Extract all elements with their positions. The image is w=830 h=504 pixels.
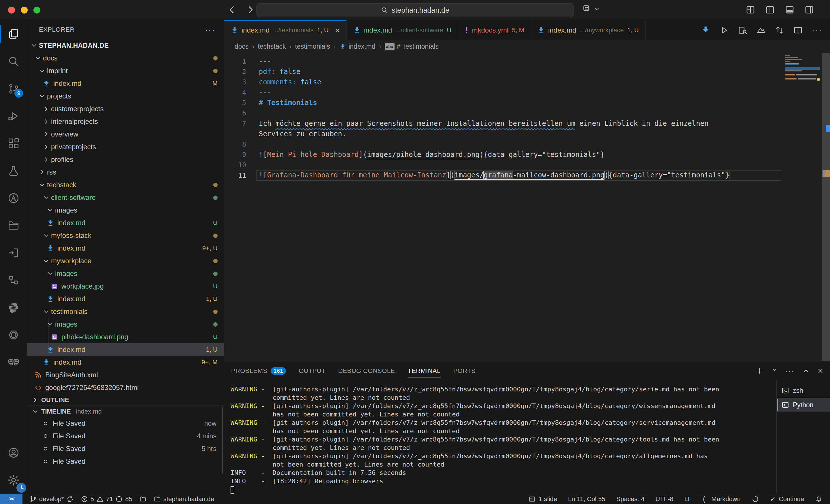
tree-item-index.md[interactable]: index.md9+, M — [27, 356, 224, 369]
tree-item-myworkplace[interactable]: myworkplace — [27, 255, 224, 267]
activity-a-circle-icon[interactable] — [0, 184, 27, 212]
activity-search-icon[interactable] — [0, 47, 27, 75]
continue-item[interactable]: ✓ Continue — [770, 495, 804, 503]
git-branch-item[interactable]: develop* — [29, 495, 74, 503]
customize-layout-icon[interactable] — [745, 5, 756, 15]
terminal-instance-zsh[interactable]: zsh — [777, 383, 830, 398]
tab-index.md-client-software[interactable]: index.md.../client-softwareU — [347, 20, 458, 40]
activity-testing-icon[interactable] — [0, 157, 27, 184]
notifications-item[interactable] — [815, 495, 823, 503]
indentation-item[interactable]: Spaces: 4 — [616, 495, 644, 503]
tree-item-internalprojects[interactable]: internalprojects — [27, 115, 224, 128]
activity-explorer-icon[interactable] — [0, 20, 27, 47]
explorer-more-actions-icon[interactable]: ··· — [205, 25, 215, 35]
terminal-instance-python[interactable]: Python — [777, 398, 830, 412]
new-terminal-icon[interactable] — [755, 367, 764, 375]
marp-slides-item[interactable]: 1 slide — [528, 495, 557, 503]
panel-tab-output[interactable]: OUTPUT — [298, 362, 325, 380]
tree-item-index.md[interactable]: index.md1, U — [27, 293, 224, 305]
panel-tab-debug-console[interactable]: DEBUG CONSOLE — [338, 362, 395, 380]
breadcrumb-item[interactable]: techstack — [258, 43, 286, 51]
tab-mkdocs.yml[interactable]: !mkdocs.yml5, M — [458, 20, 531, 40]
toggle-secondary-sidebar-icon[interactable] — [804, 5, 815, 15]
folder-status-item[interactable] — [139, 495, 147, 503]
maximize-panel-icon[interactable] — [802, 367, 810, 375]
activity-source-control-icon[interactable]: 9 — [0, 75, 27, 102]
language-mode-item[interactable]: ( Markdown — [703, 495, 741, 503]
forward-arrow-icon[interactable] — [246, 5, 255, 15]
tree-item-overview[interactable]: overview — [27, 128, 224, 140]
activity-hexagon-icon[interactable] — [0, 321, 27, 348]
open-preview-icon[interactable] — [701, 25, 711, 35]
tab-index.md-myworkplace[interactable]: index.md.../myworkplace1, U — [531, 20, 645, 40]
tree-item-client-software[interactable]: client-software — [27, 191, 224, 204]
close-tab-icon[interactable]: × — [335, 26, 340, 35]
activity-org-chart-icon[interactable] — [0, 266, 27, 294]
outline-section-header[interactable]: OUTLINE — [27, 394, 224, 405]
tree-item-stephan.hadan.de[interactable]: STEPHAN.HADAN.DE — [27, 39, 224, 52]
tab-index.md-testimonials[interactable]: index.md.../testimonials1, U× — [224, 20, 347, 40]
tree-item-techstack[interactable]: techstack — [27, 178, 224, 191]
tree-item-images[interactable]: images — [27, 318, 224, 331]
tree-item-myfoss-stack[interactable]: myfoss-stack — [27, 229, 224, 242]
encoding-item[interactable]: UTF-8 — [656, 495, 673, 503]
toggle-panel-icon[interactable] — [785, 5, 795, 15]
terminal-dropdown-icon[interactable] — [771, 367, 778, 375]
toggle-sidebar-icon[interactable] — [765, 5, 775, 15]
problems-summary[interactable]: 5 71 85 — [81, 495, 132, 503]
overview-ruler[interactable] — [822, 53, 830, 361]
remote-indicator[interactable]: >< — [0, 494, 23, 504]
breadcrumb-item[interactable]: index.md — [339, 43, 375, 51]
tree-item-customerprojects[interactable]: customerprojects — [27, 103, 224, 115]
tree-item-googlef727264f56832057.html[interactable]: googlef727264f56832057.html — [27, 381, 224, 394]
back-arrow-icon[interactable] — [227, 5, 237, 15]
breadcrumb-item[interactable]: abc# Testimonials — [385, 43, 439, 51]
tree-item-docs[interactable]: docs — [27, 52, 224, 65]
tree-item-pihole-dashboard.png[interactable]: pihole-dashboard.pngU — [27, 331, 224, 343]
editor[interactable]: 1---2pdf: false3comments: false4---5# Te… — [224, 53, 830, 361]
close-panel-icon[interactable]: × — [818, 367, 823, 375]
tree-item-index.md[interactable]: index.md9+, U — [27, 242, 224, 255]
activity-project-manager-icon[interactable] — [0, 212, 27, 239]
activity-copilot-chat-icon[interactable] — [0, 348, 27, 376]
zoom-window-button[interactable] — [33, 7, 40, 13]
tree-item-index.md[interactable]: index.mdU — [27, 216, 224, 229]
tree-item-testimonials[interactable]: testimonials — [27, 305, 224, 318]
cursor-position-item[interactable]: Ln 11, Col 55 — [568, 495, 605, 503]
compare-changes-icon[interactable] — [775, 25, 785, 35]
close-window-button[interactable] — [8, 7, 15, 13]
minimize-window-button[interactable] — [21, 7, 28, 13]
tree-item-images[interactable]: images — [27, 267, 224, 280]
panel-tab-terminal[interactable]: TERMINAL — [408, 362, 440, 380]
marp-icon[interactable] — [756, 25, 766, 35]
editor-more-actions-icon[interactable]: ··· — [811, 25, 823, 36]
activity-run-debug-icon[interactable] — [0, 102, 27, 130]
tree-item-index.md[interactable]: index.md1, U — [27, 343, 224, 356]
spellcheck-spinner-item[interactable] — [752, 495, 759, 503]
tree-item-images[interactable]: images — [27, 204, 224, 216]
workspace-status-item[interactable]: stephan.hadan.de — [154, 495, 214, 503]
panel-tab-problems[interactable]: PROBLEMS161 — [231, 362, 286, 380]
panel-more-actions-icon[interactable]: ··· — [785, 367, 794, 375]
tree-item-workplace.jpg[interactable]: workplace.jpgU — [27, 280, 224, 293]
run-icon[interactable] — [719, 25, 729, 35]
split-editor-icon[interactable] — [793, 25, 803, 35]
tree-item-projects[interactable]: projects — [27, 90, 224, 103]
timeline-entry[interactable]: File Saved — [27, 455, 224, 468]
activity-python-icon[interactable] — [0, 294, 27, 321]
tree-item-profiles[interactable]: profiles — [27, 153, 224, 166]
activity-settings-icon[interactable] — [0, 466, 27, 494]
timeline-entry[interactable]: File Saved5 hrs — [27, 442, 224, 455]
tree-item-bingsiteauth.xml[interactable]: BingSiteAuth.xml — [27, 369, 224, 381]
tree-item-privateprojects[interactable]: privateprojects — [27, 140, 224, 153]
tree-item-rss[interactable]: rss — [27, 166, 224, 178]
timeline-section-header[interactable]: TIMELINE index.md — [27, 405, 224, 417]
sidebar-scrollbar[interactable] — [222, 407, 223, 473]
command-center-search[interactable]: stephan.hadan.de — [256, 3, 574, 17]
tree-item-index.md[interactable]: index.mdM — [27, 77, 224, 90]
tree-item-imprint[interactable]: imprint — [27, 65, 224, 77]
eol-item[interactable]: LF — [684, 495, 692, 503]
activity-live-server-icon[interactable] — [0, 239, 27, 266]
breadcrumb-item[interactable]: testimonials — [295, 43, 330, 51]
timeline-entry[interactable]: File Savednow — [27, 417, 224, 430]
